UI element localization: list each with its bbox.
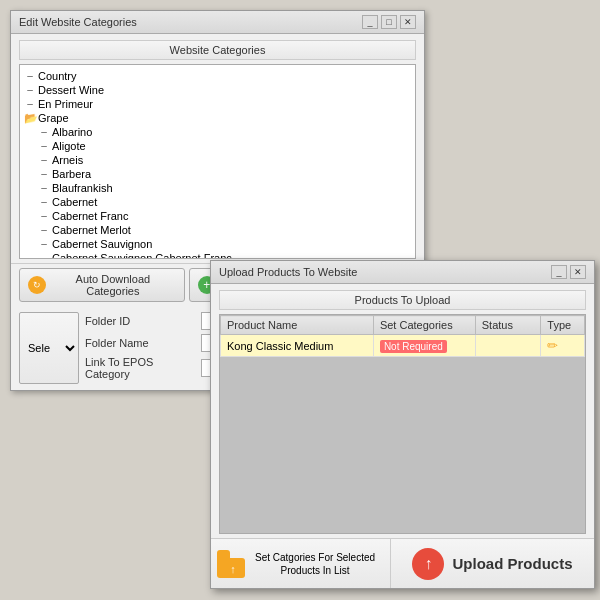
col-type: Type <box>541 316 585 335</box>
products-table-container: Product Name Set Categories Status Type … <box>219 314 586 534</box>
folder-id-label: Folder ID <box>85 315 195 327</box>
set-categories-icon: ↑ <box>217 550 249 578</box>
tree-item[interactable]: –Cabernet <box>24 195 411 209</box>
folder-icon: 📂 <box>24 112 36 124</box>
upload-window-controls: _ ✕ <box>551 265 586 279</box>
set-categories-label: Set Catgories For SelectedProducts In Li… <box>255 551 375 577</box>
tree-item[interactable]: –Aligote <box>24 139 411 153</box>
website-categories-titlebar: Edit Website Categories _ □ ✕ <box>11 11 424 34</box>
upload-products-icon: ↑ <box>412 548 444 580</box>
upload-products-titlebar: Upload Products To Website _ ✕ <box>211 261 594 284</box>
tree-item[interactable]: –Arneis <box>24 153 411 167</box>
upload-products-label: Upload Products <box>452 555 572 572</box>
upload-products-window: Upload Products To Website _ ✕ Products … <box>210 260 595 589</box>
table-row[interactable]: Kong Classic Medium Not Required ✏ <box>221 335 585 357</box>
leaf-icon: – <box>38 154 50 166</box>
link-epos-label: Link To EPOS Category <box>85 356 195 380</box>
website-categories-title: Edit Website Categories <box>19 16 137 28</box>
leaf-icon: – <box>38 224 50 236</box>
tree-item[interactable]: –Blaufrankish <box>24 181 411 195</box>
leaf-icon: – <box>38 168 50 180</box>
tree-item[interactable]: 📂Grape <box>24 111 411 125</box>
upload-products-title: Upload Products To Website <box>219 266 357 278</box>
tree-item[interactable]: –Barbera <box>24 167 411 181</box>
upload-toolbar: ↑ Set Catgories For SelectedProducts In … <box>211 538 594 588</box>
tree-item[interactable]: –Cabernet Sauvignon Cabernet Franc <box>24 251 411 259</box>
leaf-icon: – <box>38 126 50 138</box>
tree-item[interactable]: –Albarino <box>24 125 411 139</box>
upload-close-button[interactable]: ✕ <box>570 265 586 279</box>
maximize-button[interactable]: □ <box>381 15 397 29</box>
tree-item[interactable]: –En Primeur <box>24 97 411 111</box>
leaf-icon: – <box>38 196 50 208</box>
select-dropdown[interactable]: Sele <box>19 312 79 384</box>
products-table: Product Name Set Categories Status Type … <box>220 315 585 357</box>
products-to-upload-header: Products To Upload <box>219 290 586 310</box>
cell-set-categories: Not Required <box>373 335 475 357</box>
minimize-button[interactable]: _ <box>362 15 378 29</box>
tree-item[interactable]: –Cabernet Sauvignon <box>24 237 411 251</box>
not-required-badge: Not Required <box>380 340 447 353</box>
folder-name-label: Folder Name <box>85 337 195 349</box>
category-tree[interactable]: –Country–Dessert Wine–En Primeur📂Grape–A… <box>19 64 416 259</box>
col-set-categories: Set Categories <box>373 316 475 335</box>
tree-item[interactable]: –Cabernet Merlot <box>24 223 411 237</box>
leaf-icon: – <box>38 210 50 222</box>
upload-products-button[interactable]: ↑ Upload Products <box>391 539 594 588</box>
auto-download-button[interactable]: ↻ Auto Download Categories <box>19 268 185 302</box>
close-button[interactable]: ✕ <box>400 15 416 29</box>
col-status: Status <box>475 316 541 335</box>
leaf-icon: – <box>24 98 36 110</box>
website-categories-section-header: Website Categories <box>19 40 416 60</box>
leaf-icon: – <box>38 238 50 250</box>
cell-type: ✏ <box>541 335 585 357</box>
tree-item[interactable]: –Dessert Wine <box>24 83 411 97</box>
tree-item[interactable]: –Country <box>24 69 411 83</box>
edit-icon[interactable]: ✏ <box>547 338 558 353</box>
leaf-icon: – <box>24 70 36 82</box>
auto-download-icon: ↻ <box>28 276 46 294</box>
leaf-icon: – <box>38 252 50 259</box>
leaf-icon: – <box>24 84 36 96</box>
cell-product-name: Kong Classic Medium <box>221 335 374 357</box>
leaf-icon: – <box>38 182 50 194</box>
tree-item[interactable]: –Cabernet Franc <box>24 209 411 223</box>
leaf-icon: – <box>38 140 50 152</box>
col-product-name: Product Name <box>221 316 374 335</box>
upload-minimize-button[interactable]: _ <box>551 265 567 279</box>
set-categories-button[interactable]: ↑ Set Catgories For SelectedProducts In … <box>211 539 391 588</box>
window-controls: _ □ ✕ <box>362 15 416 29</box>
cell-status <box>475 335 541 357</box>
